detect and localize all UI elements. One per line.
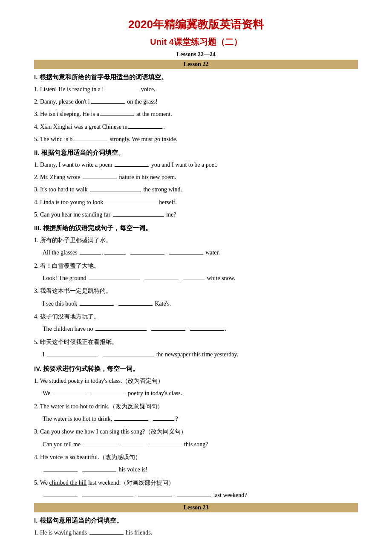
blank bbox=[89, 534, 124, 535]
blank bbox=[151, 330, 185, 331]
lesson23-header: Lesson 23 bbox=[34, 503, 358, 512]
blank bbox=[103, 356, 154, 356]
blank bbox=[80, 305, 114, 306]
blank bbox=[148, 446, 182, 446]
list-item: 5. Can you hear me standing far me? bbox=[34, 209, 358, 220]
blank bbox=[43, 497, 78, 497]
list-item: 3. 我看这本书一定是凯特的。 bbox=[34, 286, 358, 296]
list-item: 2. The water is too hot to drink.（改为反意疑问… bbox=[34, 401, 358, 412]
blank bbox=[169, 254, 203, 254]
list-item: 5. We climbed the hill last weekend.（对画线… bbox=[34, 477, 358, 488]
blank bbox=[113, 216, 164, 217]
list-item: 5. 昨天这个时候我正在看报纸。 bbox=[34, 337, 358, 347]
list-item: 3. He isn't sleeping. He is a at the mom… bbox=[34, 109, 358, 119]
blank bbox=[128, 128, 162, 129]
blank bbox=[83, 446, 117, 446]
list-item: 1. Danny, I want to write a poem you and… bbox=[34, 159, 358, 170]
blank bbox=[92, 395, 126, 395]
blank bbox=[95, 330, 147, 331]
blank bbox=[82, 471, 116, 471]
section2-title: II. 根据句意用适当的介词填空。 bbox=[34, 149, 358, 157]
blank bbox=[83, 179, 117, 179]
list-item: I see this book Kate's. bbox=[43, 298, 358, 310]
blank bbox=[43, 471, 78, 471]
list-item: Look! The ground white snow. bbox=[43, 273, 358, 284]
blank bbox=[115, 166, 149, 167]
list-item: 2. Danny, please don't l on the grass! bbox=[34, 96, 358, 107]
sub-title: Unit 4课堂练习题（二） bbox=[34, 36, 358, 48]
list-item: 1. Listen! He is reading in a l voice. bbox=[34, 84, 358, 95]
list-item: 1. We studied poetry in today's class.（改… bbox=[34, 376, 358, 386]
blank bbox=[73, 141, 107, 141]
list-item: I the newspaper this time yesterday. bbox=[43, 349, 358, 361]
list-item: 2. Mr. Zhang wrote nature in his new poe… bbox=[34, 172, 358, 182]
list-item: The water is too hot to drink, ? bbox=[43, 413, 358, 425]
blank bbox=[47, 356, 98, 356]
blank bbox=[177, 497, 211, 497]
blank bbox=[122, 446, 143, 446]
list-item: 4. 孩子们没有地方玩了。 bbox=[34, 311, 358, 322]
lessons-range: Lessons 22—24 bbox=[34, 51, 358, 58]
blank bbox=[106, 204, 157, 204]
list-item: The children have no . bbox=[43, 324, 358, 335]
lesson22-header: Lesson 22 bbox=[34, 60, 358, 69]
blank bbox=[118, 305, 153, 306]
main-title: 2020年精编冀教版英语资料 bbox=[34, 17, 358, 32]
list-item: Can you tell me this song? bbox=[43, 439, 358, 451]
blank bbox=[190, 330, 224, 331]
section1-title: I. 根据句意和所给的首字母用适当的词语填空。 bbox=[34, 73, 358, 81]
section3-title: III. 根据所给的汉语完成句子，每空一词。 bbox=[34, 224, 358, 232]
list-item: last weekend? bbox=[43, 490, 358, 501]
blank bbox=[130, 254, 164, 254]
list-item: 3. It's too hard to walk the strong wind… bbox=[34, 184, 358, 195]
list-item: his voice is! bbox=[43, 464, 358, 476]
lesson23-section1-title: I. 根据句意用适当的介词填空。 bbox=[34, 517, 358, 525]
list-item: 4. His voice is so beautiful.（改为感叹句） bbox=[34, 452, 358, 462]
list-item: 4. Xian Xinghai was a great Chinese m. bbox=[34, 121, 358, 132]
list-item: 3. Can you show me how I can sing this s… bbox=[34, 426, 358, 437]
list-item: All the glasses . water. bbox=[43, 247, 358, 259]
blank bbox=[138, 497, 172, 497]
blank bbox=[53, 395, 87, 395]
section4-title: IV. 按要求进行句式转换，每空一词。 bbox=[34, 365, 358, 373]
blank bbox=[114, 420, 148, 421]
blank bbox=[183, 280, 205, 280]
blank bbox=[80, 254, 101, 254]
underlined-text: climbed the hill bbox=[49, 480, 87, 486]
blank bbox=[100, 116, 134, 116]
blank bbox=[90, 191, 141, 191]
blank bbox=[82, 497, 133, 497]
blank bbox=[104, 254, 126, 254]
list-item: 1. He is waving hands his friends. bbox=[34, 527, 358, 538]
list-item: 1. 所有的杯子里都盛满了水。 bbox=[34, 235, 358, 246]
list-item: 2. 看！白雪覆盖了大地。 bbox=[34, 260, 358, 271]
blank bbox=[144, 280, 179, 280]
blank bbox=[89, 280, 140, 280]
blank bbox=[104, 91, 138, 91]
list-item: 5. The wind is b strongly. We must go in… bbox=[34, 134, 358, 145]
blank bbox=[91, 103, 125, 104]
list-item: 4. Linda is too young to look herself. bbox=[34, 197, 358, 208]
list-item: We poetry in today's class. bbox=[43, 388, 358, 399]
blank bbox=[153, 420, 174, 421]
